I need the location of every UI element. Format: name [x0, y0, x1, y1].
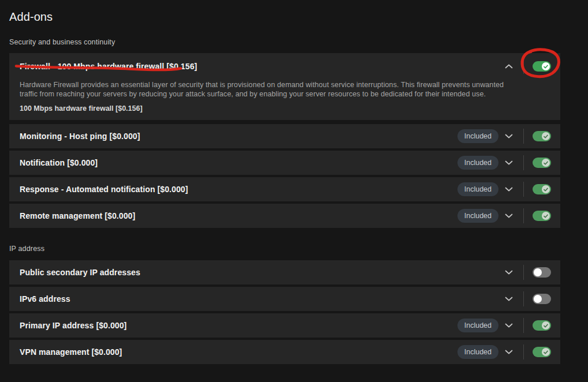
addon-row-controls: Included	[457, 155, 551, 170]
addon-row-header: VPN management [$0.000] Included	[20, 340, 551, 364]
addon-title: Response - Automated notification [$0.00…	[20, 185, 188, 194]
addon-row-controls: Included	[457, 182, 551, 197]
chevron-down-icon[interactable]	[504, 211, 514, 221]
toggle-knob	[542, 62, 550, 70]
included-badge: Included	[457, 129, 498, 143]
addon-toggle-on[interactable]	[533, 347, 551, 357]
addon-row-header: IPv6 address	[20, 287, 551, 311]
addon-title: Primary IP address [$0.000]	[20, 321, 126, 330]
addon-row[interactable]: Primary IP address [$0.000] Included	[9, 313, 560, 338]
addon-row-header: Firewall - 100 Mbps hardware firewall [$…	[20, 57, 551, 76]
divider	[523, 208, 524, 223]
included-badge: Included	[457, 182, 498, 196]
toggle-knob	[534, 268, 542, 276]
section-label: IP address	[9, 245, 588, 253]
addon-toggle-off[interactable]	[533, 267, 551, 278]
addon-title: Notification [$0.000]	[20, 158, 98, 167]
divider	[523, 59, 524, 74]
addon-description: Hardware Firewall provides an essential …	[20, 80, 505, 99]
addon-row-header: Notification [$0.000] Included	[20, 151, 551, 175]
addon-rows: Public secondary IP addresses IPv6 add	[9, 260, 560, 364]
add-ons-page: Add-ons Security and business continuity…	[0, 0, 588, 382]
addon-toggle-on[interactable]	[533, 211, 551, 221]
addon-row[interactable]: Public secondary IP addresses	[9, 260, 560, 284]
chevron-up-icon[interactable]	[504, 61, 514, 72]
check-icon	[544, 162, 548, 164]
toggle-knob	[542, 321, 550, 329]
toggle-knob	[542, 348, 550, 356]
addon-row[interactable]: Monitoring - Host ping [$0.000] Included	[9, 124, 560, 148]
toggle-knob	[542, 185, 550, 193]
chevron-down-icon[interactable]	[504, 347, 514, 357]
addon-title: VPN management [$0.000]	[20, 347, 122, 357]
addon-title: Firewall - 100 Mbps hardware firewall [$…	[20, 62, 197, 71]
check-icon	[544, 135, 548, 137]
divider	[523, 344, 524, 359]
included-badge: Included	[457, 345, 498, 359]
chevron-down-icon[interactable]	[504, 131, 514, 141]
addon-row[interactable]: IPv6 address	[9, 287, 560, 311]
addon-row-controls	[504, 59, 551, 74]
addon-row-controls: Included	[457, 318, 551, 333]
check-icon	[544, 215, 548, 217]
addon-row[interactable]: Notification [$0.000] Included	[9, 151, 560, 175]
addon-row-controls: Included	[457, 129, 551, 144]
addon-detail: 100 Mbps hardware firewall [$0.156]	[20, 104, 551, 113]
addon-row-controls: Included	[457, 208, 551, 223]
addon-row-header: Remote management [$0.000] Included	[20, 204, 551, 228]
included-badge: Included	[457, 156, 498, 170]
divider	[523, 291, 524, 306]
section-label: Security and business continuity	[9, 38, 588, 46]
chevron-down-icon[interactable]	[504, 267, 514, 278]
addon-row-controls: Included	[457, 344, 551, 359]
toggle-knob	[542, 212, 550, 220]
addon-row-controls	[504, 291, 551, 306]
addon-row-header: Public secondary IP addresses	[20, 260, 551, 284]
addon-title: IPv6 address	[20, 294, 70, 304]
addon-toggle-on[interactable]	[533, 158, 551, 168]
included-badge: Included	[457, 209, 498, 223]
addon-toggle-on[interactable]	[533, 131, 551, 141]
addon-toggle-on[interactable]	[533, 320, 551, 331]
addon-row[interactable]: Response - Automated notification [$0.00…	[9, 177, 560, 201]
addon-row[interactable]: VPN management [$0.000] Included	[9, 340, 560, 364]
page-title: Add-ons	[9, 10, 588, 24]
toggle-knob	[542, 132, 550, 140]
check-icon	[544, 188, 548, 190]
addon-section: Security and business continuity Firewal…	[9, 38, 588, 228]
addon-row[interactable]: Remote management [$0.000] Included	[9, 204, 560, 228]
addon-section: IP address Public secondary IP addresses	[9, 245, 588, 364]
included-badge: Included	[457, 319, 498, 332]
addon-title: Monitoring - Host ping [$0.000]	[20, 132, 140, 141]
check-icon	[544, 65, 548, 68]
divider	[523, 182, 524, 197]
check-icon	[544, 351, 548, 353]
divider	[523, 318, 524, 333]
addon-row-body: Hardware Firewall provides an essential …	[20, 80, 551, 113]
addon-rows: Firewall - 100 Mbps hardware firewall [$…	[9, 53, 560, 228]
divider	[523, 155, 524, 170]
addon-row[interactable]: Firewall - 100 Mbps hardware firewall [$…	[9, 53, 560, 120]
divider	[523, 265, 524, 280]
chevron-down-icon[interactable]	[504, 158, 514, 168]
addon-title: Public secondary IP addresses	[20, 268, 140, 277]
addon-row-header: Response - Automated notification [$0.00…	[20, 177, 551, 201]
chevron-down-icon[interactable]	[504, 294, 514, 304]
divider	[523, 129, 524, 144]
toggle-knob	[542, 159, 550, 167]
chevron-down-icon[interactable]	[504, 184, 514, 194]
check-icon	[544, 324, 548, 327]
toggle-knob	[534, 295, 542, 303]
addon-row-header: Primary IP address [$0.000] Included	[20, 313, 551, 338]
addon-toggle-on[interactable]	[533, 184, 551, 194]
addon-row-header: Monitoring - Host ping [$0.000] Included	[20, 124, 551, 148]
add-ons-sections: Security and business continuity Firewal…	[9, 38, 588, 364]
addon-row-controls	[504, 265, 551, 280]
addon-title: Remote management [$0.000]	[20, 211, 135, 220]
addon-toggle-on[interactable]	[533, 61, 551, 72]
addon-toggle-off[interactable]	[533, 294, 551, 304]
chevron-down-icon[interactable]	[504, 320, 514, 331]
